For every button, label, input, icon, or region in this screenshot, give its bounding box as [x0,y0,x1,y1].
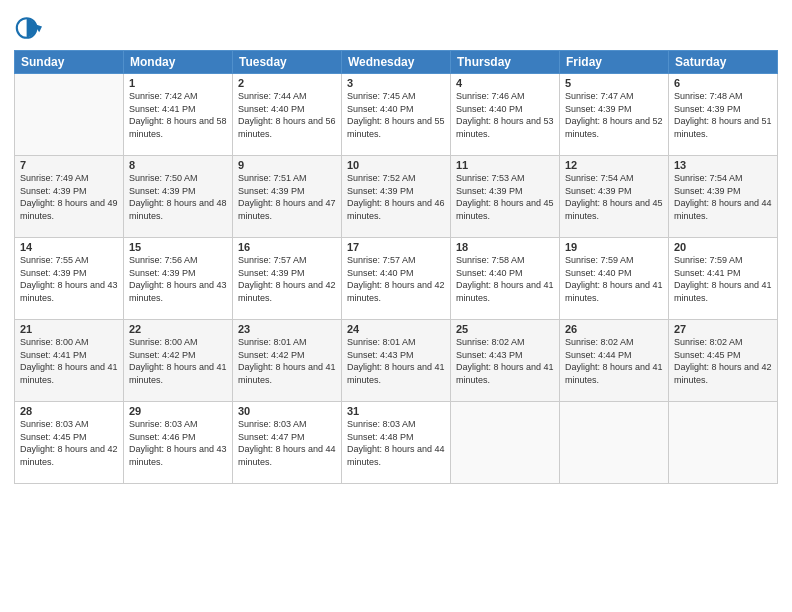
day-number: 6 [674,77,772,89]
day-number: 12 [565,159,663,171]
weekday-header: Tuesday [233,51,342,74]
day-number: 23 [238,323,336,335]
day-info: Sunrise: 8:02 AMSunset: 4:43 PMDaylight:… [456,336,554,386]
day-info: Sunrise: 7:55 AMSunset: 4:39 PMDaylight:… [20,254,118,304]
day-number: 24 [347,323,445,335]
calendar-cell: 1Sunrise: 7:42 AMSunset: 4:41 PMDaylight… [124,74,233,156]
day-number: 1 [129,77,227,89]
calendar-cell [451,402,560,484]
calendar-cell [15,74,124,156]
day-info: Sunrise: 8:03 AMSunset: 4:45 PMDaylight:… [20,418,118,468]
page-container: SundayMondayTuesdayWednesdayThursdayFrid… [0,0,792,612]
day-info: Sunrise: 7:42 AMSunset: 4:41 PMDaylight:… [129,90,227,140]
day-number: 5 [565,77,663,89]
calendar-cell: 18Sunrise: 7:58 AMSunset: 4:40 PMDayligh… [451,238,560,320]
day-info: Sunrise: 7:54 AMSunset: 4:39 PMDaylight:… [674,172,772,222]
day-number: 2 [238,77,336,89]
calendar-cell: 5Sunrise: 7:47 AMSunset: 4:39 PMDaylight… [560,74,669,156]
day-info: Sunrise: 7:58 AMSunset: 4:40 PMDaylight:… [456,254,554,304]
weekday-header: Thursday [451,51,560,74]
calendar-week-row: 14Sunrise: 7:55 AMSunset: 4:39 PMDayligh… [15,238,778,320]
day-number: 10 [347,159,445,171]
calendar-cell: 22Sunrise: 8:00 AMSunset: 4:42 PMDayligh… [124,320,233,402]
calendar-cell: 12Sunrise: 7:54 AMSunset: 4:39 PMDayligh… [560,156,669,238]
calendar-cell: 3Sunrise: 7:45 AMSunset: 4:40 PMDaylight… [342,74,451,156]
day-number: 3 [347,77,445,89]
day-info: Sunrise: 7:46 AMSunset: 4:40 PMDaylight:… [456,90,554,140]
day-number: 18 [456,241,554,253]
day-number: 14 [20,241,118,253]
calendar-cell: 19Sunrise: 7:59 AMSunset: 4:40 PMDayligh… [560,238,669,320]
logo-icon [14,14,42,42]
calendar-cell: 8Sunrise: 7:50 AMSunset: 4:39 PMDaylight… [124,156,233,238]
day-number: 16 [238,241,336,253]
calendar-week-row: 28Sunrise: 8:03 AMSunset: 4:45 PMDayligh… [15,402,778,484]
logo [14,14,46,42]
day-number: 28 [20,405,118,417]
day-info: Sunrise: 7:57 AMSunset: 4:40 PMDaylight:… [347,254,445,304]
day-number: 9 [238,159,336,171]
calendar-cell: 31Sunrise: 8:03 AMSunset: 4:48 PMDayligh… [342,402,451,484]
weekday-header: Sunday [15,51,124,74]
day-number: 21 [20,323,118,335]
calendar-week-row: 7Sunrise: 7:49 AMSunset: 4:39 PMDaylight… [15,156,778,238]
day-number: 19 [565,241,663,253]
calendar-cell: 11Sunrise: 7:53 AMSunset: 4:39 PMDayligh… [451,156,560,238]
calendar-table: SundayMondayTuesdayWednesdayThursdayFrid… [14,50,778,484]
day-info: Sunrise: 7:56 AMSunset: 4:39 PMDaylight:… [129,254,227,304]
day-info: Sunrise: 8:03 AMSunset: 4:47 PMDaylight:… [238,418,336,468]
weekday-header-row: SundayMondayTuesdayWednesdayThursdayFrid… [15,51,778,74]
calendar-cell: 7Sunrise: 7:49 AMSunset: 4:39 PMDaylight… [15,156,124,238]
calendar-cell: 27Sunrise: 8:02 AMSunset: 4:45 PMDayligh… [669,320,778,402]
calendar-cell: 10Sunrise: 7:52 AMSunset: 4:39 PMDayligh… [342,156,451,238]
day-info: Sunrise: 7:54 AMSunset: 4:39 PMDaylight:… [565,172,663,222]
day-info: Sunrise: 7:57 AMSunset: 4:39 PMDaylight:… [238,254,336,304]
day-number: 27 [674,323,772,335]
day-info: Sunrise: 8:02 AMSunset: 4:44 PMDaylight:… [565,336,663,386]
calendar-cell: 14Sunrise: 7:55 AMSunset: 4:39 PMDayligh… [15,238,124,320]
calendar-cell: 21Sunrise: 8:00 AMSunset: 4:41 PMDayligh… [15,320,124,402]
calendar-cell: 29Sunrise: 8:03 AMSunset: 4:46 PMDayligh… [124,402,233,484]
calendar-cell: 24Sunrise: 8:01 AMSunset: 4:43 PMDayligh… [342,320,451,402]
day-number: 31 [347,405,445,417]
day-info: Sunrise: 8:01 AMSunset: 4:43 PMDaylight:… [347,336,445,386]
calendar-cell: 2Sunrise: 7:44 AMSunset: 4:40 PMDaylight… [233,74,342,156]
calendar-cell: 4Sunrise: 7:46 AMSunset: 4:40 PMDaylight… [451,74,560,156]
day-number: 11 [456,159,554,171]
weekday-header: Friday [560,51,669,74]
calendar-cell: 20Sunrise: 7:59 AMSunset: 4:41 PMDayligh… [669,238,778,320]
day-info: Sunrise: 7:50 AMSunset: 4:39 PMDaylight:… [129,172,227,222]
day-number: 13 [674,159,772,171]
calendar-cell: 17Sunrise: 7:57 AMSunset: 4:40 PMDayligh… [342,238,451,320]
day-number: 29 [129,405,227,417]
calendar-cell: 28Sunrise: 8:03 AMSunset: 4:45 PMDayligh… [15,402,124,484]
day-number: 15 [129,241,227,253]
day-number: 26 [565,323,663,335]
calendar-week-row: 21Sunrise: 8:00 AMSunset: 4:41 PMDayligh… [15,320,778,402]
day-number: 22 [129,323,227,335]
day-number: 20 [674,241,772,253]
weekday-header: Saturday [669,51,778,74]
calendar-cell: 26Sunrise: 8:02 AMSunset: 4:44 PMDayligh… [560,320,669,402]
day-info: Sunrise: 7:53 AMSunset: 4:39 PMDaylight:… [456,172,554,222]
day-info: Sunrise: 8:03 AMSunset: 4:46 PMDaylight:… [129,418,227,468]
day-number: 30 [238,405,336,417]
day-number: 4 [456,77,554,89]
calendar-cell [560,402,669,484]
calendar-cell: 15Sunrise: 7:56 AMSunset: 4:39 PMDayligh… [124,238,233,320]
day-info: Sunrise: 7:47 AMSunset: 4:39 PMDaylight:… [565,90,663,140]
day-info: Sunrise: 7:59 AMSunset: 4:40 PMDaylight:… [565,254,663,304]
day-info: Sunrise: 8:00 AMSunset: 4:41 PMDaylight:… [20,336,118,386]
day-info: Sunrise: 7:51 AMSunset: 4:39 PMDaylight:… [238,172,336,222]
calendar-cell: 9Sunrise: 7:51 AMSunset: 4:39 PMDaylight… [233,156,342,238]
day-info: Sunrise: 7:45 AMSunset: 4:40 PMDaylight:… [347,90,445,140]
day-number: 17 [347,241,445,253]
day-number: 25 [456,323,554,335]
day-number: 8 [129,159,227,171]
weekday-header: Wednesday [342,51,451,74]
header [14,10,778,42]
calendar-cell [669,402,778,484]
calendar-cell: 25Sunrise: 8:02 AMSunset: 4:43 PMDayligh… [451,320,560,402]
calendar-week-row: 1Sunrise: 7:42 AMSunset: 4:41 PMDaylight… [15,74,778,156]
day-info: Sunrise: 8:01 AMSunset: 4:42 PMDaylight:… [238,336,336,386]
